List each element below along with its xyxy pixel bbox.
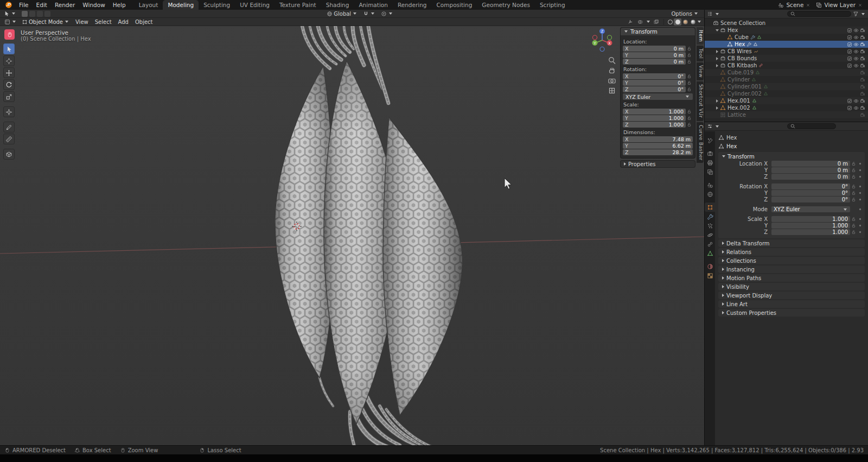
lock-toggle[interactable] <box>850 230 857 235</box>
select-mode-set[interactable] <box>22 11 28 17</box>
field-mode[interactable]: XYZ Euler <box>771 206 850 212</box>
outliner-row-hex[interactable]: Hex <box>705 27 868 34</box>
panel-viewport-display[interactable]: Viewport Display <box>718 292 865 299</box>
checkbox-toggle[interactable] <box>846 56 853 61</box>
animate-decorator[interactable] <box>857 225 863 226</box>
sidebar-tab-curve-basher[interactable]: Curve Basher <box>697 122 704 163</box>
field-dimensionsY[interactable]: Y6.62 m <box>623 143 693 149</box>
outliner-search-input[interactable] <box>787 11 851 17</box>
close-icon[interactable] <box>806 3 810 8</box>
orientation-dropdown[interactable]: Global <box>324 10 360 17</box>
workspace-tab-compositing[interactable]: Compositing <box>432 0 477 10</box>
panel-properties[interactable]: Properties <box>620 160 695 168</box>
eye-toggle[interactable] <box>853 28 859 33</box>
select-mode-extend[interactable] <box>29 11 35 17</box>
camera-toggle[interactable] <box>859 35 866 40</box>
transform-panel-header[interactable]: Transform <box>621 28 695 35</box>
lock-toggle[interactable] <box>686 53 693 58</box>
expand-toggle[interactable] <box>714 29 720 31</box>
camera-toggle[interactable] <box>859 49 866 54</box>
workspace-tab-shading[interactable]: Shading <box>321 0 354 10</box>
outliner-row-cube-019[interactable]: Cube.019 <box>705 69 868 76</box>
expand-toggle[interactable] <box>714 57 720 60</box>
mode-dropdown[interactable]: Object Mode <box>20 18 72 26</box>
eye-toggle[interactable] <box>853 56 859 61</box>
viewport-canvas[interactable]: ZXY <box>0 26 704 445</box>
field-rotationX[interactable]: X0° <box>623 73 686 79</box>
outliner-row-lattice[interactable]: Lattice <box>705 111 868 118</box>
lock-toggle[interactable] <box>850 223 857 228</box>
field-locationY[interactable]: Y0 m <box>623 52 686 58</box>
workspace-tab-modeling[interactable]: Modeling <box>163 0 199 10</box>
select-mode-invert[interactable] <box>44 11 50 17</box>
properties-tab-view-layer[interactable] <box>705 167 715 176</box>
gizmo-toggle[interactable] <box>625 18 635 26</box>
menu-edit[interactable]: Edit <box>33 1 51 9</box>
lock-toggle[interactable] <box>686 59 693 64</box>
checkbox-toggle[interactable] <box>846 28 853 33</box>
tool-rotate-button[interactable] <box>3 79 15 90</box>
camera-toggle[interactable] <box>859 84 866 90</box>
lock-toggle[interactable] <box>686 87 693 92</box>
breadcrumb[interactable]: Hex <box>718 134 865 142</box>
properties-tab-render[interactable] <box>705 149 715 158</box>
field-scaleZ[interactable]: Z1.000 <box>623 122 686 128</box>
blender-logo[interactable] <box>5 1 12 9</box>
panel-collections[interactable]: Collections <box>718 257 865 264</box>
shading-rendered[interactable] <box>689 18 697 26</box>
field-z[interactable]: 0 m <box>771 174 850 180</box>
properties-tab-modifiers[interactable] <box>705 212 715 221</box>
transform-panel-header[interactable]: Transform <box>718 152 865 161</box>
workspace-tab-uv-editing[interactable]: UV Editing <box>235 0 275 10</box>
eye-toggle[interactable] <box>853 63 859 68</box>
editor-type-button[interactable] <box>2 18 19 26</box>
properties-tab-output[interactable] <box>705 158 715 167</box>
tool-move-button[interactable] <box>3 67 15 78</box>
field-y[interactable]: 0 m <box>771 167 850 173</box>
properties-search-input[interactable] <box>787 123 836 129</box>
field-scale-x[interactable]: 1.000 <box>771 216 850 222</box>
camera-toggle[interactable] <box>859 28 866 33</box>
field-rotationZ[interactable]: Z0° <box>623 86 686 92</box>
sidebar-tab-view[interactable]: View <box>697 62 704 80</box>
view-layer-selector[interactable]: View Layer <box>816 2 863 8</box>
workspace-tab-layout[interactable]: Layout <box>134 0 163 10</box>
tool-measure-button[interactable] <box>3 134 15 144</box>
panel-motion-paths[interactable]: Motion Paths <box>718 274 865 282</box>
eye-toggle[interactable] <box>853 42 859 47</box>
field-y[interactable]: 0° <box>771 190 850 196</box>
outliner-row-cube[interactable]: Cube <box>705 34 868 41</box>
animate-decorator[interactable] <box>857 163 863 164</box>
properties-tab-texture[interactable] <box>705 271 715 280</box>
outliner-row-cb-wires[interactable]: CB Wires <box>705 48 868 55</box>
outliner-row-hex-001[interactable]: Hex.001 <box>705 97 868 104</box>
field-locationZ[interactable]: Z0 m <box>623 59 686 65</box>
checkbox-toggle[interactable] <box>846 105 853 111</box>
menu-help[interactable]: Help <box>109 1 130 9</box>
expand-toggle[interactable] <box>714 99 720 103</box>
animate-decorator[interactable] <box>857 192 863 194</box>
options-dropdown[interactable]: Options <box>669 10 701 17</box>
lock-toggle[interactable] <box>686 122 693 127</box>
outliner-row-cb-bounds[interactable]: CB Bounds <box>705 55 868 62</box>
animate-decorator[interactable] <box>857 208 863 210</box>
checkbox-toggle[interactable] <box>846 63 853 68</box>
checkbox-toggle[interactable] <box>846 98 853 104</box>
scene-selector[interactable]: Scene <box>778 2 810 8</box>
properties-tab-particles[interactable] <box>705 221 715 230</box>
animate-decorator[interactable] <box>857 231 863 233</box>
filter-icon[interactable] <box>853 11 859 17</box>
overlays-toggle[interactable] <box>635 18 646 26</box>
field-y[interactable]: 1.000 <box>771 223 850 229</box>
panel-custom-properties[interactable]: Custom Properties <box>718 309 865 317</box>
menu-window[interactable]: Window <box>79 1 108 9</box>
camera-toggle[interactable] <box>859 77 866 83</box>
shading-wireframe[interactable] <box>666 18 674 26</box>
outliner-row-cb-kitbash[interactable]: CB Kitbash <box>705 62 868 69</box>
lock-toggle[interactable] <box>850 197 857 202</box>
outliner-row-cylinder[interactable]: Cylinder <box>705 76 868 83</box>
active-tool-icon[interactable] <box>3 10 10 17</box>
lock-toggle[interactable] <box>850 161 857 166</box>
field-z[interactable]: 1.000 <box>771 229 850 235</box>
workspace-tab-sculpting[interactable]: Sculpting <box>199 0 235 10</box>
